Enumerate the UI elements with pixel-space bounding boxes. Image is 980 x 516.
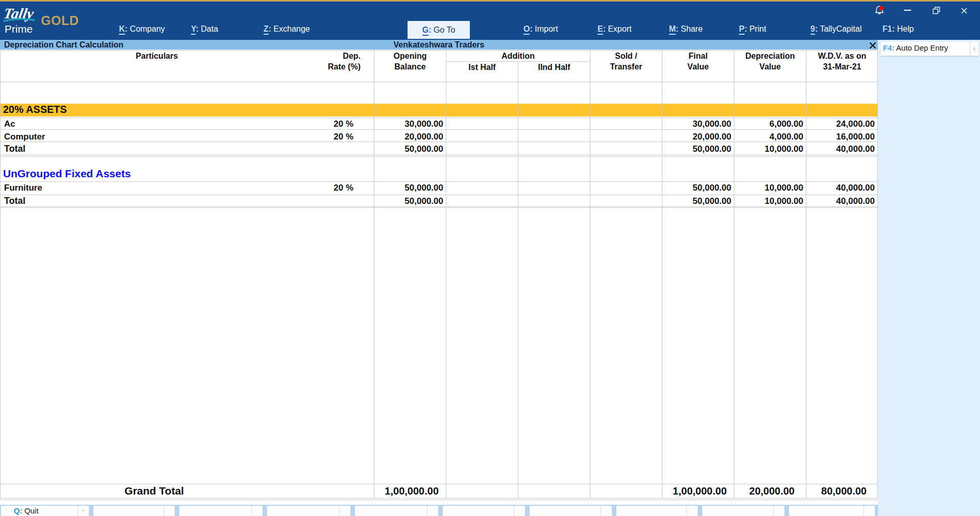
svg-text:Prime: Prime (5, 23, 33, 35)
svg-text:GOLD: GOLD (41, 13, 79, 28)
